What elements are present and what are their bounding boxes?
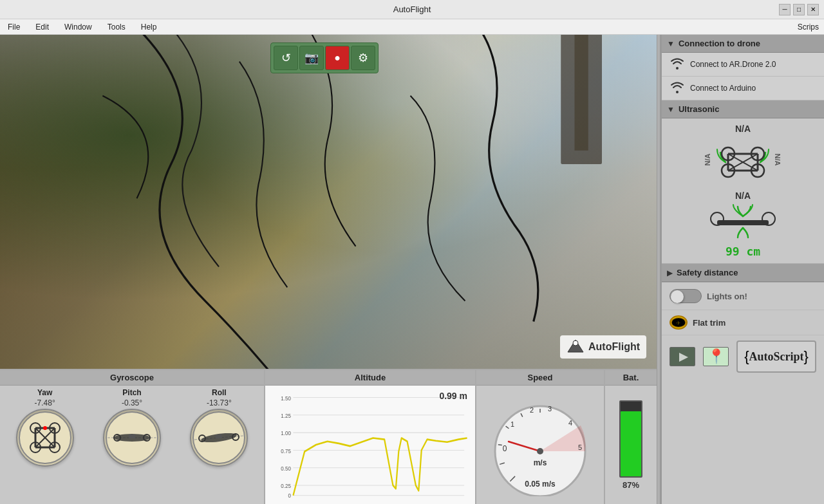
- ar-drone-button[interactable]: Connect to AR.Drone 2.0: [662, 53, 824, 77]
- speed-panel: Speed: [476, 370, 605, 504]
- camera-icon: 📷: [304, 51, 319, 65]
- gyro-instruments: Yaw -7.48°: [0, 386, 264, 504]
- battery-fill: [621, 411, 641, 476]
- yaw-gauge: [16, 409, 74, 467]
- speed-title: Speed: [476, 370, 604, 386]
- svg-text:2: 2: [530, 406, 534, 414]
- flat-trim-icon: ✈: [670, 315, 688, 330]
- ultrasonic-left-value: N/A: [704, 154, 711, 166]
- svg-text:✈: ✈: [676, 320, 681, 326]
- gyro-roll: Roll -13.73°: [177, 388, 261, 501]
- camera-button[interactable]: 📷: [299, 46, 324, 70]
- svg-text:0.05 m/s: 0.05 m/s: [525, 480, 556, 489]
- menu-help[interactable]: Help: [138, 21, 160, 33]
- autoscript-label: AutoScript: [749, 350, 804, 364]
- altitude-title: Altitude: [265, 370, 475, 386]
- settings-icon: ⚙: [358, 51, 368, 65]
- scrips-label[interactable]: Scrips: [798, 23, 819, 32]
- lights-toggle[interactable]: [670, 289, 702, 303]
- svg-rect-67: [717, 220, 769, 225]
- menubar: File Edit Window Tools Help Scrips: [0, 19, 824, 35]
- speedometer-container: 0 1 2 3 4 5 m/s 0.05 m/s: [476, 386, 604, 504]
- connection-title: Connection to drone: [679, 39, 760, 48]
- maximize-button[interactable]: □: [793, 4, 805, 15]
- app-title: AutoFlight: [393, 5, 431, 14]
- drone-side-view: [704, 203, 782, 242]
- record-button[interactable]: ●: [325, 46, 350, 70]
- altitude-chart: 0.99 m 1.50 1.25 1.00 0.: [265, 386, 475, 504]
- close-button[interactable]: ✕: [807, 4, 819, 15]
- video-thumb[interactable]: [670, 347, 695, 366]
- pitch-label: Pitch: [122, 388, 141, 397]
- svg-text:0.75: 0.75: [281, 447, 291, 454]
- ultrasonic-distance-value: 99 cm: [726, 245, 760, 258]
- svg-line-43: [498, 445, 502, 445]
- map-icon[interactable]: 📍: [703, 347, 729, 366]
- altitude-panel: Altitude 0.99 m 1.50 1.25: [265, 370, 476, 504]
- connection-section-header[interactable]: ▼ Connection to drone: [662, 35, 824, 53]
- pitch-value: -0.35°: [122, 398, 142, 407]
- map-pin-icon: 📍: [707, 348, 725, 365]
- svg-point-13: [43, 426, 47, 430]
- minimize-button[interactable]: ─: [779, 4, 791, 15]
- ultrasonic-title: Ultrasonic: [679, 104, 720, 114]
- ultrasonic-right-value: N/A: [774, 154, 782, 166]
- camera-toolbar: ↺ 📷 ● ⚙: [270, 42, 379, 73]
- settings-button[interactable]: ⚙: [351, 46, 375, 70]
- bottom-panels: Gyroscope Yaw -7.48°: [0, 369, 657, 504]
- ar-drone-label: Connect to AR.Drone 2.0: [690, 60, 776, 69]
- svg-text:0: 0: [503, 444, 507, 453]
- flat-trim-label: Flat trim: [693, 318, 726, 328]
- drone-sideview-svg: [704, 203, 782, 242]
- battery-bar: [619, 400, 642, 478]
- svg-text:0: 0: [288, 492, 291, 499]
- bottom-icons-row: 📍 { AutoScript }: [662, 335, 824, 378]
- gyroscope-panel: Gyroscope Yaw -7.48°: [0, 370, 265, 504]
- svg-text:0.25: 0.25: [281, 483, 291, 490]
- yaw-value: -7.48°: [35, 398, 55, 407]
- menu-edit[interactable]: Edit: [33, 21, 52, 33]
- roll-label: Roll: [212, 388, 227, 397]
- altitude-value: 0.99 m: [439, 391, 467, 401]
- safety-arrow-icon: ▶: [667, 268, 673, 277]
- wifi-ar-icon: [670, 57, 685, 72]
- gyro-pitch: Pitch -0.35°: [89, 388, 174, 501]
- lights-label: Lights on!: [707, 292, 747, 301]
- safety-section-header[interactable]: ▶ Safety distance: [662, 264, 824, 282]
- altitude-chart-svg: 1.50 1.25 1.00 0.75 0.50 0.25 0: [270, 391, 470, 499]
- main-layout: ↺ 📷 ● ⚙ AutoFlight: [0, 35, 824, 504]
- svg-text:4: 4: [568, 419, 572, 427]
- svg-point-1: [573, 341, 578, 346]
- ultrasonic-section-header[interactable]: ▼ Ultrasonic: [662, 100, 824, 118]
- arduino-button[interactable]: Connect to Arduino: [662, 77, 824, 100]
- wifi-arduino-icon: [670, 80, 685, 96]
- svg-text:1.00: 1.00: [281, 430, 291, 437]
- svg-text:1.25: 1.25: [281, 412, 291, 419]
- svg-text:m/s: m/s: [534, 458, 547, 467]
- flat-trim-row[interactable]: ✈ Flat trim: [662, 310, 824, 335]
- menu-tools[interactable]: Tools: [105, 21, 128, 33]
- svg-text:0.50: 0.50: [281, 465, 291, 472]
- menu-window[interactable]: Window: [62, 21, 95, 33]
- arduino-label: Connect to Arduino: [690, 84, 756, 93]
- menu-file[interactable]: File: [5, 21, 23, 33]
- right-sidebar: ▼ Connection to drone Connect to AR.Dron…: [660, 35, 824, 504]
- battery-panel: Bat. 87%: [605, 370, 657, 504]
- ultrasonic-section: N/A N/A: [662, 118, 824, 264]
- gyro-yaw: Yaw -7.48°: [3, 388, 87, 501]
- camera-feed: ↺ 📷 ● ⚙ AutoFlight: [0, 35, 657, 369]
- roll-value: -13.73°: [207, 398, 232, 407]
- battery-container: 87%: [605, 386, 657, 504]
- refresh-button[interactable]: ↺: [274, 46, 298, 70]
- lights-row: Lights on!: [662, 283, 824, 310]
- autoscript-banner[interactable]: { AutoScript }: [736, 341, 816, 373]
- svg-text:5: 5: [578, 443, 582, 451]
- titlebar: AutoFlight ─ □ ✕: [0, 0, 824, 19]
- svg-text:3: 3: [548, 405, 552, 413]
- toggle-knob: [671, 290, 684, 303]
- safety-title: Safety distance: [677, 268, 738, 277]
- watermark-logo-icon: [566, 338, 585, 356]
- svg-text:1: 1: [510, 420, 514, 428]
- battery-percentage: 87%: [623, 480, 639, 490]
- svg-text:1.50: 1.50: [281, 395, 291, 402]
